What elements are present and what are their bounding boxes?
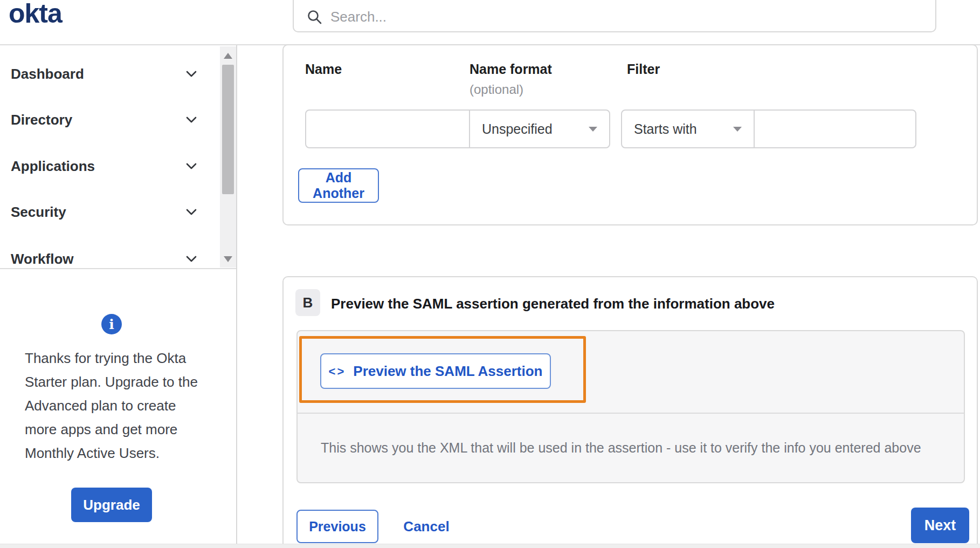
previous-button[interactable]: Previous (296, 510, 378, 543)
scrollbar-thumb[interactable] (222, 65, 234, 194)
preview-description: This shows you the XML that will be used… (321, 440, 921, 456)
filter-value-input[interactable] (755, 111, 915, 147)
next-button[interactable]: Next (911, 508, 969, 543)
cancel-button[interactable]: Cancel (391, 510, 461, 543)
attribute-statements-card: Name Name format (optional) Filter Unspe… (282, 44, 978, 225)
sidebar-item-applications[interactable]: Applications (11, 155, 197, 177)
scroll-down-icon[interactable] (224, 256, 232, 262)
dropdown-arrow-icon (733, 127, 742, 132)
preview-saml-assertion-button[interactable]: <> Preview the SAML Assertion (320, 353, 551, 389)
horizontal-scrollbar[interactable] (0, 544, 980, 548)
sidebar-item-directory[interactable]: Directory (11, 109, 197, 131)
sidebar-nav-divider (0, 268, 236, 269)
name-input[interactable] (306, 111, 469, 147)
step-b-badge: B (295, 289, 320, 316)
okta-admin-page: okta Search... Dashboard Directory Appli… (0, 0, 980, 548)
filter-operator-select[interactable]: Starts with (622, 111, 755, 147)
preview-button-label: Preview the SAML Assertion (353, 363, 542, 380)
chevron-down-icon (186, 209, 197, 215)
name-format-value: Unspecified (482, 121, 553, 137)
code-icon: <> (329, 365, 346, 379)
filter-input-cell (755, 111, 915, 147)
name-format-select[interactable]: Unspecified (469, 111, 609, 147)
section-b-title: Preview the SAML assertion generated fro… (331, 296, 775, 312)
chevron-down-icon (186, 256, 197, 262)
sidebar-item-security[interactable]: Security (11, 201, 197, 223)
upgrade-message: Thanks for trying the Okta Starter plan.… (25, 346, 205, 465)
add-another-button[interactable]: Add Another (298, 168, 379, 203)
upgrade-button[interactable]: Upgrade (71, 488, 152, 522)
sidebar-item-label: Directory (11, 112, 72, 128)
search-input[interactable]: Search... (293, 0, 936, 32)
chevron-down-icon (186, 117, 197, 123)
sidebar-item-label: Dashboard (11, 66, 84, 83)
name-field-group: Unspecified (305, 109, 610, 148)
sidebar-scrollbar[interactable] (220, 46, 236, 268)
search-icon (307, 9, 322, 24)
saml-preview-card: B Preview the SAML assertion generated f… (282, 276, 978, 548)
sidebar-item-label: Security (11, 204, 66, 221)
preview-panel-description-area: This shows you the XML that will be used… (298, 413, 964, 482)
sidebar-item-dashboard[interactable]: Dashboard (11, 63, 197, 85)
sidebar-item-label: Applications (11, 158, 95, 175)
name-format-optional-label: (optional) (470, 82, 523, 97)
info-icon: i (101, 314, 122, 334)
name-label: Name (305, 61, 342, 77)
search-placeholder: Search... (330, 9, 387, 25)
chevron-down-icon (186, 71, 197, 77)
dropdown-arrow-icon (589, 127, 597, 132)
filter-field-group: Starts with (621, 109, 916, 148)
filter-operator-value: Starts with (634, 121, 697, 137)
name-input-cell (306, 111, 469, 147)
scroll-up-icon[interactable] (224, 53, 232, 59)
okta-logo: okta (9, 0, 62, 29)
chevron-down-icon (186, 163, 197, 169)
sidebar-item-label: Workflow (11, 251, 74, 268)
sidebar: Dashboard Directory Applications Securit… (0, 45, 237, 548)
name-format-label: Name format (470, 61, 552, 77)
filter-label: Filter (627, 61, 660, 77)
sidebar-item-workflow[interactable]: Workflow (11, 248, 197, 270)
